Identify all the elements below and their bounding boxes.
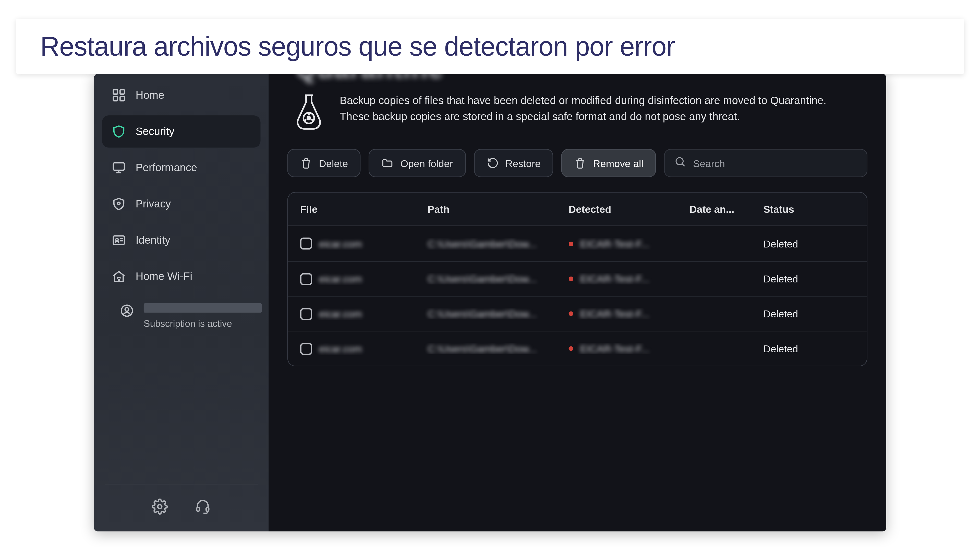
caption-text: Restaura archivos seguros que se detecta… [40,31,675,61]
file-name: eicar.com [319,238,362,249]
description-row: Backup copies of files that have been de… [288,93,867,130]
table-row[interactable]: eicar.com C:\Users\Gamber\Dow... EICAR-T… [288,331,867,366]
cell-detected: EICAR-Test-F... [563,308,684,319]
sidebar-item-home[interactable]: Home [102,79,261,111]
row-checkbox[interactable] [300,308,312,320]
search-icon [674,155,686,170]
gear-icon[interactable] [152,498,168,515]
id-icon [111,233,126,248]
subscription-status: Subscription is active [144,318,262,329]
cell-path: C:\Users\Gamber\Dow... [422,308,563,319]
svg-point-16 [676,158,683,165]
open-folder-button[interactable]: Open folder [369,149,466,177]
sidebar-item-label: Security [135,125,174,138]
app-window: Home Security Performance [94,74,886,531]
headset-icon[interactable] [195,498,211,515]
sidebar-item-label: Home [135,89,164,101]
trash-icon [300,157,312,169]
svg-point-5 [118,202,120,205]
detected-name: EICAR-Test-F... [580,238,649,249]
col-detected[interactable]: Detected [563,203,684,215]
search-input[interactable] [693,157,858,169]
col-path[interactable]: Path [422,203,563,215]
folder-icon [382,157,394,169]
toolbar: Delete Open folder Restore [288,149,867,177]
svg-point-7 [116,238,118,241]
trash-icon [574,157,586,169]
cell-file: eicar.com [288,238,422,249]
status-value: Deleted [763,238,798,249]
table-row[interactable]: eicar.com C:\Users\Gamber\Dow... EICAR-T… [288,296,867,331]
detected-name: EICAR-Test-F... [580,273,649,284]
svg-point-8 [118,279,119,281]
col-status[interactable]: Status [758,203,867,215]
nav-list: Home Security Performance [94,74,269,328]
cell-status: Deleted [758,308,867,319]
svg-rect-3 [120,97,124,101]
page-description: Backup copies of files that have been de… [340,93,837,125]
row-checkbox[interactable] [300,238,312,249]
remove-all-button[interactable]: Remove all [562,149,656,177]
sidebar-item-performance[interactable]: Performance [102,152,261,184]
table-row[interactable]: eicar.com C:\Users\Gamber\Dow... EICAR-T… [288,261,867,296]
sidebar-item-security[interactable]: Security [102,115,261,147]
status-value: Deleted [763,273,798,284]
sidebar-item-label: Privacy [135,198,171,210]
cell-detected: EICAR-Test-F... [563,343,684,354]
sidebar-item-account[interactable]: Subscription is active [102,296,261,328]
cell-file: eicar.com [288,308,422,320]
status-value: Deleted [763,343,798,354]
quarantine-flask-icon [293,93,325,130]
button-label: Delete [319,157,348,169]
search-field[interactable] [664,149,867,177]
col-date[interactable]: Date an... [684,203,758,215]
col-file[interactable]: File [288,203,422,215]
sidebar-item-label: Performance [135,162,197,174]
home-grid-icon [111,88,126,103]
caption-banner: Restaura archivos seguros que se detecta… [16,19,964,74]
account-name-placeholder [144,303,262,313]
restore-button[interactable]: Restore [474,149,554,177]
main-panel: Quarantine Backup copies of files that h… [269,74,886,531]
table-header: File Path Detected Date an... Status [288,193,867,226]
svg-rect-0 [113,90,118,94]
sidebar-item-label: Identity [135,234,170,246]
svg-rect-13 [206,507,209,511]
svg-rect-1 [120,90,124,94]
table-row[interactable]: eicar.com C:\Users\Gamber\Dow... EICAR-T… [288,226,867,261]
threat-dot-icon [569,241,573,246]
row-checkbox[interactable] [300,273,312,285]
file-path: C:\Users\Gamber\Dow... [428,238,536,249]
sidebar-item-identity[interactable]: Identity [102,224,261,256]
sidebar-footer [94,491,269,522]
file-path: C:\Users\Gamber\Dow... [428,343,536,354]
file-name: eicar.com [319,308,362,319]
detected-name: EICAR-Test-F... [580,308,649,319]
svg-rect-2 [113,97,118,101]
shield-icon [111,124,126,139]
cell-status: Deleted [758,238,867,249]
sidebar-item-home-wifi[interactable]: Home Wi-Fi [102,260,261,292]
threat-dot-icon [569,311,573,316]
table-body: eicar.com C:\Users\Gamber\Dow... EICAR-T… [288,226,867,366]
detected-name: EICAR-Test-F... [580,343,649,354]
sidebar-item-privacy[interactable]: Privacy [102,188,261,220]
house-wifi-icon [111,269,126,284]
row-checkbox[interactable] [300,342,312,355]
badge-icon [111,197,126,211]
cell-detected: EICAR-Test-F... [563,238,684,249]
button-label: Remove all [593,157,643,169]
quarantine-table: File Path Detected Date an... Status eic… [288,192,867,366]
restore-icon [487,157,498,169]
delete-button[interactable]: Delete [288,149,361,177]
file-name: eicar.com [319,273,362,284]
button-label: Restore [506,157,541,169]
cell-status: Deleted [758,343,867,354]
threat-dot-icon [569,277,573,281]
svg-point-15 [307,117,310,120]
threat-dot-icon [569,346,573,351]
file-path: C:\Users\Gamber\Dow... [428,308,536,319]
cell-detected: EICAR-Test-F... [563,273,684,284]
sidebar-divider [105,484,258,485]
user-icon [119,303,134,318]
